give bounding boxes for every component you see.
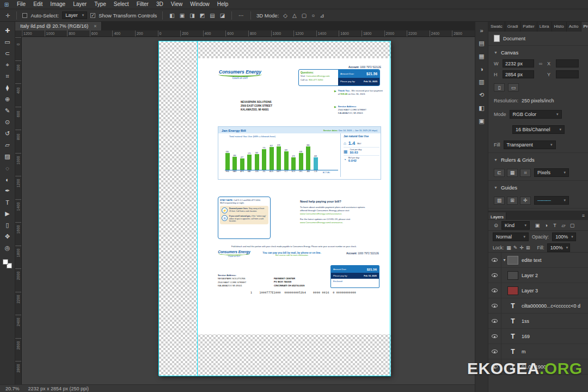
align-bottom-icon[interactable]: ◪ — [219, 13, 226, 19]
bit-depth-dropdown[interactable]: 16 Bits/Channel▾ — [512, 125, 565, 134]
lasso-tool[interactable]: ⊂ — [0, 48, 15, 59]
eyedropper-tool[interactable]: ⧫ — [0, 82, 15, 94]
filter-adjustment-layers-icon[interactable]: ◑ — [543, 223, 549, 228]
menu-item[interactable]: Edit — [29, 0, 46, 9]
color-mode-dropdown[interactable]: RGB Color▾ — [510, 110, 562, 119]
hand-tool[interactable]: ✥ — [0, 231, 15, 242]
menu-item[interactable]: Layer — [69, 0, 90, 9]
collapse-panels-icon[interactable]: » — [480, 27, 483, 34]
panel-tab[interactable]: Actio — [567, 22, 581, 32]
type-tool[interactable]: T — [0, 197, 15, 208]
guide-vertical[interactable] — [390, 41, 390, 376]
opacity-dropdown[interactable]: 100%▾ — [552, 232, 576, 241]
lock-transparent-icon[interactable]: ▦ — [506, 245, 511, 250]
options-overflow-icon[interactable]: ⋯ — [237, 13, 245, 19]
edite text[interactable]: ▾ edite text — [488, 253, 588, 268]
canvas-section-header[interactable]: ▼ Canvas — [488, 45, 588, 58]
panel-tab[interactable]: Swatc — [488, 22, 505, 32]
guide-clear-icon[interactable]: ✛ — [520, 197, 531, 205]
clone-stamp-tool[interactable]: ⊙ — [0, 117, 15, 128]
gradient-tool[interactable]: ▨ — [0, 151, 15, 162]
menu-item[interactable]: Filter — [133, 0, 152, 9]
pen-tool[interactable]: ✒ — [0, 185, 15, 197]
zoom-level[interactable]: 20.7% — [5, 386, 20, 391]
document-tab[interactable]: Italy ild.psd @ 20.7% (RGB/16) × — [15, 22, 102, 30]
orientation-landscape-button[interactable]: ▭ — [508, 83, 519, 91]
quick-selection-tool[interactable]: ⌖ — [0, 59, 15, 71]
Layer 2[interactable]: Layer 2 — [488, 268, 588, 283]
foreground-color-swatch[interactable] — [3, 259, 8, 265]
move-tool[interactable]: ✚ — [0, 25, 15, 36]
guide-horizontal[interactable] — [159, 376, 391, 376]
orientation-portrait-button[interactable]: ▯ — [494, 83, 505, 91]
canvas-y-field[interactable] — [556, 70, 579, 78]
lock-all-icon[interactable]: ⊞ — [526, 245, 530, 250]
visibility-toggle[interactable] — [488, 344, 501, 359]
auto-select-target-dropdown[interactable]: Layer▾ — [62, 11, 87, 19]
guide-add-icon[interactable]: ⊞ — [507, 197, 518, 205]
visibility-toggle[interactable] — [488, 268, 501, 283]
169[interactable]: 169 — [488, 329, 588, 344]
guide-style-dropdown[interactable]: ———▾ — [534, 196, 569, 205]
align-top-icon[interactable]: ◩ — [199, 13, 206, 19]
align-right-icon[interactable]: ◨ — [188, 13, 195, 19]
cilta000000...c<cccccc<0 d[interactable]: cilta000000...c<cccccc<0 d — [488, 298, 588, 314]
color-panel-icon[interactable]: ▤ — [479, 40, 484, 47]
link-dimensions-icon[interactable]: ∞ — [536, 61, 545, 66]
menu-item[interactable]: Help — [213, 0, 232, 9]
close-icon[interactable]: × — [94, 23, 96, 29]
3d-orbit-icon[interactable]: ◇ — [282, 13, 289, 19]
ruler-icon[interactable]: ⊏ — [494, 169, 505, 177]
menu-item[interactable]: Window — [186, 0, 213, 9]
brush-tool[interactable]: ✎ — [0, 105, 15, 117]
1ss[interactable]: 1ss — [488, 314, 588, 329]
canvas-x-field[interactable] — [556, 59, 579, 68]
visibility-toggle[interactable] — [488, 298, 501, 313]
3d-roll-icon[interactable]: △ — [291, 13, 298, 19]
align-middle-icon[interactable]: ▤ — [209, 13, 216, 19]
visibility-toggle[interactable] — [488, 253, 501, 267]
guide-vertical[interactable] — [197, 41, 198, 376]
layer-filter-dropdown[interactable]: Kind▾ — [501, 221, 530, 230]
show-transform-checkbox[interactable]: ✓ — [90, 13, 95, 18]
align-left-icon[interactable]: ◧ — [168, 13, 175, 19]
brushes-panel-icon[interactable]: ▣ — [479, 118, 484, 125]
history-panel-icon[interactable]: ⟲ — [479, 91, 484, 99]
menu-item[interactable]: Select — [110, 0, 133, 9]
guide-layout-icon[interactable]: ▥ — [494, 197, 505, 205]
panel-tab[interactable]: Histo — [552, 22, 567, 32]
3d-pan-icon[interactable]: ▢ — [301, 13, 308, 19]
visibility-toggle[interactable] — [488, 283, 501, 298]
fill-dropdown[interactable]: 100%▾ — [547, 243, 570, 252]
adjustments-panel-icon[interactable]: ◑ — [480, 66, 483, 72]
menu-item[interactable]: View — [167, 0, 187, 9]
crop-tool[interactable]: ⌗ — [0, 71, 15, 82]
menu-item[interactable]: Image — [46, 0, 69, 9]
lock-pixels-icon[interactable]: ✎ — [513, 245, 518, 250]
history-brush-tool[interactable]: ↺ — [0, 128, 15, 139]
resolution-value[interactable]: 250 pixels/inch — [522, 98, 554, 103]
canvas-fill-dropdown[interactable]: Transparent▾ — [504, 140, 556, 149]
rulers-grids-section-header[interactable]: ▼ Rulers & Grids — [488, 152, 588, 165]
panel-tab[interactable]: Patter — [520, 22, 537, 32]
align-center-h-icon[interactable]: ▣ — [179, 13, 186, 19]
menu-item[interactable]: Type — [90, 0, 110, 9]
zoom-tool[interactable]: ◎ — [0, 242, 15, 254]
panel-tab[interactable]: Properties — [581, 22, 588, 32]
marquee-tool[interactable]: ▭ — [0, 36, 15, 48]
visibility-toggle[interactable] — [488, 329, 501, 344]
vertical-ruler[interactable]: 0200400600800100012001400160018002000220… — [15, 37, 22, 384]
filter-smart-objects-icon[interactable]: ▢ — [569, 223, 575, 228]
filter-pixel-layers-icon[interactable]: ▣ — [534, 223, 541, 228]
snap-icon[interactable]: ⌗ — [520, 169, 531, 177]
healing-brush-tool[interactable]: ⊕ — [0, 94, 15, 105]
layer-expand-arrow[interactable]: ▾ — [501, 258, 507, 262]
filter-shape-layers-icon[interactable]: ▱ — [560, 223, 567, 228]
tab-layers[interactable]: Layers — [488, 212, 506, 219]
canvas-height-field[interactable]: 2854 px — [503, 70, 534, 78]
blur-tool[interactable]: ◌ — [0, 162, 15, 174]
path-selection-tool[interactable]: ▶ — [0, 208, 15, 219]
dodge-tool[interactable]: ◐ — [0, 174, 15, 185]
swatches-panel-icon[interactable]: ▦ — [479, 53, 484, 60]
eraser-tool[interactable]: ▱ — [0, 139, 15, 151]
